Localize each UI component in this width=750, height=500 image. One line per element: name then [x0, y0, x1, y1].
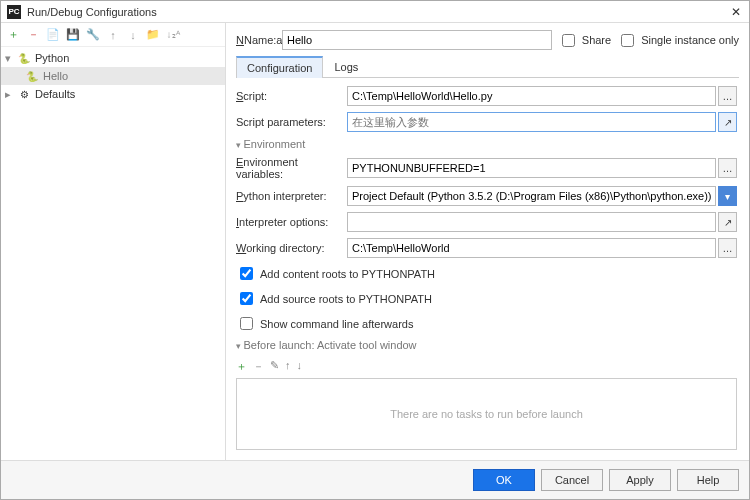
task-remove-icon[interactable]: － — [253, 359, 264, 374]
workdir-label: Working directory: — [236, 242, 341, 254]
main-panel: NName:ame: Share Single instance only Co… — [226, 23, 749, 460]
chevron-right-icon: ▸ — [5, 88, 17, 101]
tree-node-hello[interactable]: 🐍 Hello — [1, 67, 225, 85]
interp-options-input[interactable] — [347, 212, 716, 232]
move-down-icon[interactable]: ↓ — [125, 27, 141, 43]
workdir-input[interactable] — [347, 238, 716, 258]
config-tree: ▾ 🐍 Python 🐍 Hello ▸ ⚙ Defaults — [1, 47, 225, 460]
gear-icon: ⚙ — [17, 89, 31, 100]
add-icon[interactable]: ＋ — [5, 27, 21, 43]
python-icon: 🐍 — [25, 71, 39, 82]
chevron-down-icon: ▾ — [5, 52, 17, 65]
copy-icon[interactable]: 📄 — [45, 27, 61, 43]
expand-interp-options-button[interactable]: ↗ — [718, 212, 737, 232]
interpreter-select[interactable] — [347, 186, 716, 206]
folder-icon[interactable]: 📁 — [145, 27, 161, 43]
wrench-icon[interactable]: 🔧 — [85, 27, 101, 43]
env-vars-input[interactable] — [347, 158, 716, 178]
tabs: Configuration Logs — [236, 56, 739, 78]
tree-label: Python — [35, 52, 69, 64]
tree-label: Hello — [43, 70, 68, 82]
tab-logs[interactable]: Logs — [323, 56, 369, 77]
before-launch-toolbar: ＋ － ✎ ↑ ↓ — [236, 357, 737, 376]
env-vars-label: Environment variables: — [236, 156, 341, 180]
interpreter-dropdown-button[interactable]: ▾ — [718, 186, 737, 206]
expand-params-button[interactable]: ↗ — [718, 112, 737, 132]
help-button[interactable]: Help — [677, 469, 739, 491]
before-launch-section: Before launch: Activate tool window — [236, 339, 737, 351]
window-title: Run/Debug Configurations — [27, 6, 729, 18]
script-label: Script: — [236, 90, 341, 102]
tree-node-python[interactable]: ▾ 🐍 Python — [1, 49, 225, 67]
tree-label: Defaults — [35, 88, 75, 100]
task-edit-icon[interactable]: ✎ — [270, 359, 279, 374]
dialog-buttons: OK Cancel Apply Help — [1, 460, 749, 499]
tab-configuration[interactable]: Configuration — [236, 56, 323, 78]
single-instance-checkbox[interactable]: Single instance only — [617, 31, 739, 50]
task-down-icon[interactable]: ↓ — [297, 359, 303, 374]
sidebar-toolbar: ＋ － 📄 💾 🔧 ↑ ↓ 📁 ↓₂ᴬ — [1, 23, 225, 47]
remove-icon[interactable]: － — [25, 27, 41, 43]
add-source-roots-checkbox[interactable]: Add source roots to PYTHONPATH — [236, 289, 432, 308]
empty-tasks-label: There are no tasks to run before launch — [390, 408, 583, 420]
edit-env-button[interactable]: … — [718, 158, 737, 178]
tree-node-defaults[interactable]: ▸ ⚙ Defaults — [1, 85, 225, 103]
script-params-label: Script parameters: — [236, 116, 341, 128]
task-add-icon[interactable]: ＋ — [236, 359, 247, 374]
script-params-input[interactable] — [347, 112, 716, 132]
ok-button[interactable]: OK — [473, 469, 535, 491]
sidebar: ＋ － 📄 💾 🔧 ↑ ↓ 📁 ↓₂ᴬ ▾ 🐍 Python 🐍 Hello — [1, 23, 226, 460]
dialog: PC Run/Debug Configurations ✕ ＋ － 📄 💾 🔧 … — [0, 0, 750, 500]
share-checkbox[interactable]: Share — [558, 31, 611, 50]
interp-options-label: Interpreter options: — [236, 216, 341, 228]
app-icon: PC — [7, 5, 21, 19]
browse-workdir-button[interactable]: … — [718, 238, 737, 258]
before-launch-list: There are no tasks to run before launch — [236, 378, 737, 450]
name-input[interactable] — [282, 30, 552, 50]
add-content-roots-checkbox[interactable]: Add content roots to PYTHONPATH — [236, 264, 435, 283]
titlebar: PC Run/Debug Configurations ✕ — [1, 1, 749, 23]
sort-icon[interactable]: ↓₂ᴬ — [165, 27, 181, 43]
script-input[interactable] — [347, 86, 716, 106]
config-form: Script: … Script parameters: ↗ Environme… — [236, 86, 739, 460]
interpreter-label: Python interpreter: — [236, 190, 341, 202]
cancel-button[interactable]: Cancel — [541, 469, 603, 491]
name-label: NName:ame: — [236, 34, 276, 46]
close-icon[interactable]: ✕ — [729, 5, 743, 19]
python-icon: 🐍 — [17, 53, 31, 64]
apply-button[interactable]: Apply — [609, 469, 671, 491]
save-icon[interactable]: 💾 — [65, 27, 81, 43]
task-up-icon[interactable]: ↑ — [285, 359, 291, 374]
move-up-icon[interactable]: ↑ — [105, 27, 121, 43]
environment-section: Environment — [236, 138, 737, 150]
show-cmd-checkbox[interactable]: Show command line afterwards — [236, 314, 413, 333]
browse-script-button[interactable]: … — [718, 86, 737, 106]
